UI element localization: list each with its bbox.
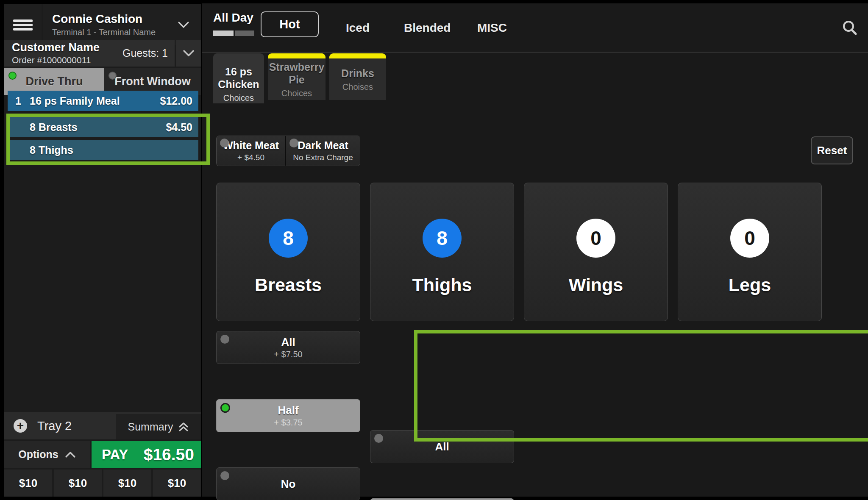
menu-tab-label: MISC <box>477 21 507 35</box>
reset-button[interactable]: Reset <box>811 136 853 164</box>
chevron-down-icon <box>175 20 192 30</box>
order-subitem-price: $4.50 <box>166 121 192 133</box>
terminal-label: Terminal 1 - Terminal Name <box>52 28 175 37</box>
option-breasts-half[interactable]: Half + $3.75 <box>216 399 360 432</box>
category-tab-title: 16 ps Chicken <box>213 65 264 91</box>
menu-button[interactable] <box>4 4 42 45</box>
quick-cash-button[interactable]: $10 <box>153 469 201 497</box>
menu-tab-label: Iced <box>346 21 370 35</box>
category-tab-subtitle: Choises <box>342 82 373 92</box>
yellow-flag-bar <box>329 53 386 58</box>
options-button[interactable]: Options <box>4 441 90 468</box>
part-name: Thighs <box>412 275 472 295</box>
customer-name: Customer Name <box>12 41 122 54</box>
order-type-label: Drive Thru <box>25 75 83 88</box>
modifier-white-meat[interactable]: White Meat + $4.50 <box>217 136 285 166</box>
status-dot-gray <box>220 139 229 147</box>
option-label: All <box>281 336 295 349</box>
cashier-name: Connie Cashion <box>52 12 175 26</box>
category-tab-subtitle: Choices <box>223 93 254 103</box>
order-subitem-name: 8 Thighs <box>30 144 73 156</box>
status-dot-gray <box>220 335 229 344</box>
category-tab-subtitle: Choices <box>281 89 312 98</box>
yellow-flag-bar <box>268 53 326 58</box>
quick-cash-button[interactable]: $10 <box>54 469 102 497</box>
all-day-progress <box>213 31 260 36</box>
customer-expand-button[interactable] <box>176 40 201 67</box>
progress-bar-light <box>213 31 234 36</box>
modifier-subtitle: No Extra Charge <box>293 153 353 162</box>
search-button[interactable] <box>838 16 862 40</box>
summary-button[interactable]: Summary <box>116 414 201 439</box>
quick-cash-button[interactable]: $10 <box>4 469 52 497</box>
part-card-legs: 0 Legs <box>678 183 822 321</box>
part-card-wings: 0 Wings <box>524 183 668 321</box>
progress-bar-dark <box>235 31 254 36</box>
modifier-subtitle: + $4.50 <box>237 153 264 162</box>
option-label: Half <box>278 404 298 417</box>
menu-tab-label: Blended <box>404 21 451 35</box>
meat-modifier-group: White Meat + $4.50 Dark Meat No Extra Ch… <box>216 136 360 166</box>
category-tab-strawberry-pie[interactable]: Strawberry Pie Choices <box>268 53 326 100</box>
options-label: Options <box>18 448 58 461</box>
option-thighs-all[interactable]: All <box>370 430 514 463</box>
status-dot-green <box>220 403 230 413</box>
status-dot-gray <box>289 139 298 147</box>
chevron-up-icon <box>64 451 76 458</box>
menu-tab-blended[interactable]: Blended <box>404 3 451 53</box>
menu-tab-hot[interactable]: Hot <box>261 11 319 37</box>
double-chevron-up-icon <box>178 421 189 432</box>
terminal-header[interactable]: Connie Cashion Terminal 1 - Terminal Nam… <box>43 4 201 45</box>
customer-bar[interactable]: Customer Name Order #1000000011 Guests: … <box>4 40 175 67</box>
pos-screen: Connie Cashion Terminal 1 - Terminal Nam… <box>0 0 868 500</box>
option-breasts-no[interactable]: No <box>216 467 360 500</box>
quick-cash-label: $10 <box>19 477 37 490</box>
category-tab-16ps-chicken[interactable]: 16 ps Chicken Choices <box>213 53 264 103</box>
count-badge: 8 <box>269 219 308 258</box>
quick-cash-label: $10 <box>168 477 186 490</box>
order-item-qty: 1 <box>15 95 30 107</box>
order-subitem-name: 8 Breasts <box>30 121 78 133</box>
order-subitem-row[interactable]: 8 Breasts $4.50 <box>8 117 198 137</box>
reset-label: Reset <box>817 144 847 157</box>
part-card-thighs: 8 Thighs <box>370 183 514 321</box>
option-price: + $3.75 <box>274 418 302 428</box>
all-day-button[interactable]: All Day <box>213 11 260 36</box>
quick-cash-label: $10 <box>118 477 136 490</box>
option-price: + $7.50 <box>274 350 302 359</box>
modifier-title: Dark Meat <box>298 139 348 152</box>
order-item-row[interactable]: 1 16 ps Family Meal $12.00 <box>8 91 198 111</box>
menu-tab-misc[interactable]: MISC <box>477 3 507 53</box>
order-number: Order #1000000011 <box>12 55 122 65</box>
all-day-label: All Day <box>213 11 260 25</box>
main-panel: All Day Hot Iced Blended MISC 16 ps Chic… <box>202 3 868 497</box>
option-label: All <box>435 440 449 453</box>
menu-tab-iced[interactable]: Iced <box>346 3 370 53</box>
quick-cash-label: $10 <box>69 477 87 490</box>
pay-label: PAY <box>102 447 128 463</box>
status-dot-green <box>8 72 17 80</box>
pay-button[interactable]: PAY $16.50 <box>92 441 201 468</box>
order-type-label: Front Window <box>114 75 191 88</box>
pay-total: $16.50 <box>144 445 194 464</box>
option-breasts-all[interactable]: All + $7.50 <box>216 331 360 364</box>
summary-label: Summary <box>128 421 173 433</box>
plus-circle-icon: + <box>14 419 27 433</box>
modifier-title: White Meat <box>223 139 279 152</box>
order-item-name: 16 ps Family Meal <box>30 95 120 107</box>
quick-cash-button[interactable]: $10 <box>103 469 151 497</box>
status-dot-gray <box>374 434 383 443</box>
hamburger-icon <box>13 18 33 32</box>
option-thighs-half[interactable]: Half <box>370 498 514 500</box>
status-dot-gray <box>220 471 229 480</box>
modifier-dark-meat[interactable]: Dark Meat No Extra Charge <box>285 136 360 166</box>
part-card-breasts: 8 Breasts <box>216 183 360 321</box>
menu-tab-label: Hot <box>279 17 300 31</box>
order-item-price: $12.00 <box>160 95 192 107</box>
highlight-box-part-options <box>414 330 868 442</box>
guests-count: Guests: 1 <box>122 47 168 59</box>
tray-label: Tray 2 <box>37 419 72 433</box>
count-badge: 0 <box>730 219 769 258</box>
order-subitem-row[interactable]: 8 Thighs <box>8 140 198 160</box>
category-tab-drinks[interactable]: Drinks Choises <box>329 53 386 100</box>
